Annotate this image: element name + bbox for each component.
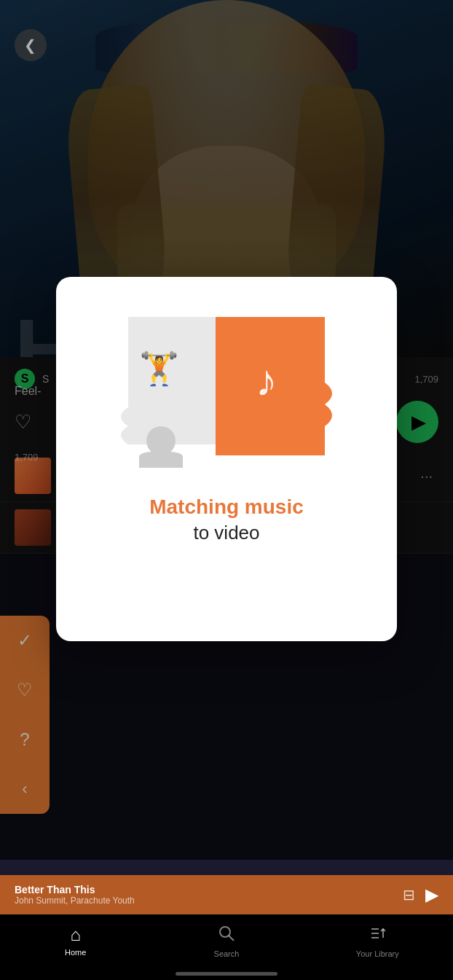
puzzle-illustration: 🏋️ ♪ [117,306,336,474]
now-playing-artist: John Summit, Parachute Youth [15,895,394,906]
svg-line-2 [229,936,234,941]
puzzle-right-piece: ♪ [216,310,336,463]
home-label: Home [65,948,86,957]
device-icon[interactable]: ⊟ [403,886,415,903]
nav-library[interactable]: Your Library [348,925,406,958]
modal-title-video: to video [193,522,259,544]
svg-point-1 [220,927,230,937]
person-body [139,452,183,468]
home-indicator [176,972,277,976]
modal-title-matching: Matching music [149,495,304,519]
bottom-nav: ⌂ Home Search Your Library [0,914,453,980]
library-icon [369,925,386,946]
now-playing-title: Better Than This [15,884,394,895]
nav-search[interactable]: Search [197,925,256,958]
search-label: Search [214,949,240,958]
modal-overlay: 🏋️ ♪ Matching music to video [0,0,453,860]
now-playing-bar[interactable]: Better Than This John Summit, Parachute … [0,875,453,914]
nav-home[interactable]: ⌂ Home [47,925,105,957]
now-playing-info: Better Than This John Summit, Parachute … [15,884,394,906]
gym-icon: 🏋️ [139,350,179,388]
svg-text:♪: ♪ [256,357,277,405]
library-label: Your Library [356,949,399,958]
person-icon [146,426,176,455]
home-icon: ⌂ [70,925,81,945]
modal-card: 🏋️ ♪ Matching music to video [56,277,397,641]
now-playing-controls: ⊟ ▶ [403,885,438,905]
search-icon [218,925,235,946]
now-playing-play-button[interactable]: ▶ [425,885,438,905]
